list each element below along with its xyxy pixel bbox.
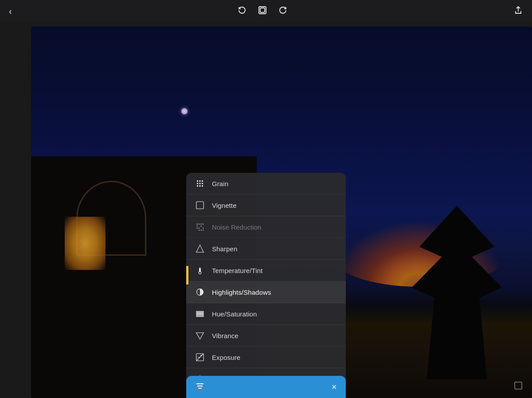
menu-item-noise-reduction[interactable]: Noise Reduction: [186, 216, 346, 238]
sharpen-icon: [195, 244, 205, 254]
highlights-shadows-icon: [195, 287, 205, 297]
svg-rect-11: [196, 202, 203, 209]
grain-label: Grain: [212, 180, 228, 187]
svg-point-3: [200, 180, 200, 181]
filter-button[interactable]: [195, 381, 205, 393]
menu-item-vibrance[interactable]: Vibrance: [186, 325, 346, 347]
svg-rect-27: [200, 268, 201, 271]
svg-rect-61: [515, 382, 522, 389]
svg-point-22: [201, 230, 202, 230]
svg-point-6: [200, 183, 200, 184]
exposure-icon: [195, 352, 205, 362]
moon: [181, 108, 188, 114]
hue-saturation-icon: [195, 309, 205, 319]
svg-point-15: [203, 224, 203, 225]
menu-item-sharpen[interactable]: Sharpen: [186, 238, 346, 260]
dropdown-menu: Grain Vignette: [186, 173, 346, 398]
svg-point-17: [201, 226, 202, 226]
svg-point-9: [200, 185, 200, 186]
temperature-icon: [195, 265, 205, 275]
close-button[interactable]: ✕: [331, 383, 337, 391]
active-indicator: [186, 266, 188, 285]
noise-reduction-label: Noise Reduction: [212, 223, 262, 231]
stack-button[interactable]: [258, 5, 267, 17]
frame-icon[interactable]: [513, 381, 523, 393]
svg-point-13: [199, 224, 200, 225]
undo-button[interactable]: [237, 5, 247, 17]
exposure-label: Exposure: [212, 354, 240, 361]
noise-reduction-icon: [195, 222, 205, 232]
svg-point-20: [203, 228, 203, 229]
svg-point-10: [202, 185, 203, 186]
svg-marker-24: [196, 245, 203, 252]
redo-button[interactable]: [278, 5, 288, 17]
svg-line-39: [196, 354, 203, 361]
svg-point-14: [201, 224, 202, 225]
vibrance-label: Vibrance: [212, 332, 239, 339]
vibrance-icon: [195, 331, 205, 340]
menu-item-temperature-tint[interactable]: Temperature/Tint: [186, 260, 346, 281]
grain-icon: [195, 179, 205, 188]
svg-point-4: [202, 180, 203, 181]
top-toolbar: ‹: [0, 0, 532, 22]
share-button[interactable]: [513, 5, 523, 17]
window-light: [65, 217, 106, 270]
svg-point-12: [197, 224, 198, 225]
svg-point-26: [199, 272, 201, 274]
svg-point-19: [199, 228, 200, 229]
svg-point-8: [197, 185, 198, 186]
svg-point-7: [202, 183, 203, 184]
vignette-label: Vignette: [212, 202, 237, 209]
highlights-shadows-label: Highlights/Shadows: [212, 289, 271, 296]
svg-point-23: [203, 230, 203, 230]
svg-marker-37: [196, 333, 203, 339]
menu-item-exposure[interactable]: Exposure: [186, 347, 346, 368]
svg-point-2: [197, 180, 198, 181]
menu-item-highlights-shadows[interactable]: Highlights/Shadows: [186, 281, 346, 303]
back-button[interactable]: ‹: [9, 6, 12, 16]
sharpen-label: Sharpen: [212, 245, 237, 253]
menu-item-vignette[interactable]: Vignette: [186, 195, 346, 216]
temperature-label: Temperature/Tint: [212, 267, 262, 274]
svg-point-18: [197, 228, 198, 229]
bottom-toolbar: ✕: [0, 371, 532, 398]
menu-item-grain[interactable]: Grain: [186, 173, 346, 195]
bottom-toolbar-inner: ✕: [186, 376, 346, 398]
svg-point-5: [197, 183, 198, 184]
svg-point-16: [197, 226, 198, 226]
svg-point-21: [199, 230, 200, 230]
svg-rect-1: [260, 8, 265, 12]
vignette-icon: [195, 200, 205, 210]
menu-item-hue-saturation[interactable]: Hue/Saturation: [186, 303, 346, 325]
hue-saturation-label: Hue/Saturation: [212, 310, 257, 318]
